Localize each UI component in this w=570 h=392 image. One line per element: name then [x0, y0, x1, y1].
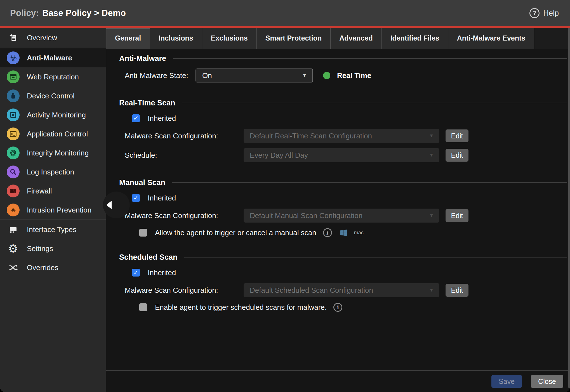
- section-divider-line: [182, 103, 567, 103]
- sidebar-item-label: Settings: [27, 244, 53, 253]
- title-bar: Policy:Base Policy > Demo ? Help: [0, 0, 570, 26]
- scheduled-scan-agent-checkbox[interactable]: [139, 303, 147, 311]
- sidebar-menu: Overview☣Anti-MalwareWeb ReputationDevic…: [0, 28, 106, 277]
- sidebar-item-label: Integrity Monitoring: [27, 149, 89, 157]
- sidebar-item-overrides[interactable]: Overrides: [0, 258, 106, 277]
- realtime-inherited-checkbox[interactable]: ✓: [132, 114, 140, 122]
- shuffle-icon: [7, 261, 20, 274]
- brick-wall-icon: [7, 185, 20, 197]
- section-title-scheduled-scan: Scheduled Scan: [119, 253, 178, 262]
- tab-advanced[interactable]: Advanced: [331, 28, 381, 49]
- mac-platform-label: mac: [354, 230, 364, 236]
- magnifier-icon: [7, 166, 20, 178]
- info-icon[interactable]: i: [333, 303, 342, 312]
- sidebar-item-integrity-monitoring[interactable]: Integrity Monitoring: [0, 143, 106, 162]
- sidebar-item-label: Anti-Malware: [27, 54, 72, 62]
- help-button[interactable]: ? Help: [529, 8, 559, 18]
- sidebar-item-label: Device Control: [27, 92, 75, 100]
- page-title: Policy:Base Policy > Demo: [10, 8, 126, 18]
- tab-smart-protection[interactable]: Smart Protection: [257, 28, 331, 49]
- sidebar-item-label: Overrides: [27, 263, 58, 272]
- section-title-manual-scan: Manual Scan: [119, 178, 165, 187]
- chevron-down-icon: ▼: [429, 213, 434, 218]
- manual-scan-agent-checkbox[interactable]: [139, 229, 147, 237]
- section-divider-line: [184, 257, 567, 258]
- sidebar-item-web-reputation[interactable]: Web Reputation: [0, 67, 106, 86]
- sidebar-item-intrusion-prevention[interactable]: Intrusion Prevention: [0, 200, 106, 219]
- realtime-config-label: Malware Scan Configuration:: [125, 132, 244, 140]
- section-scheduled-scan: Scheduled Scan ✓ Inherited Malware Scan …: [119, 252, 567, 311]
- help-label: Help: [543, 9, 559, 18]
- sidebar-item-label: Application Control: [27, 130, 88, 138]
- web-reputation-icon: [7, 70, 20, 83]
- realtime-scan-config-select[interactable]: Default Real-Time Scan Configuration ▼: [244, 129, 439, 143]
- sidebar-item-label: Web Reputation: [27, 73, 79, 81]
- section-title-real-time-scan: Real-Time Scan: [119, 99, 175, 107]
- anti-malware-state-label: Anti-Malware State:: [125, 71, 196, 80]
- status-on-dot: [323, 72, 330, 79]
- realtime-scan-config-value: Default Real-Time Scan Configuration: [250, 132, 372, 140]
- manual-inherited-checkbox[interactable]: ✓: [132, 194, 140, 202]
- activity-monitor-icon: [7, 108, 20, 121]
- chevron-down-icon: ▼: [302, 73, 307, 78]
- check-icon: ✓: [133, 195, 138, 201]
- windows-logo-icon: [339, 228, 348, 237]
- scheduled-inherited-checkbox[interactable]: ✓: [132, 269, 140, 277]
- page-title-path: Base Policy > Demo: [42, 8, 126, 18]
- tab-identified-files[interactable]: Identified Files: [382, 28, 448, 49]
- usb-device-icon: [7, 89, 20, 102]
- page-title-prefix: Policy:: [10, 8, 39, 18]
- biohazard-icon: ☣: [7, 51, 20, 64]
- scheduled-scan-config-value: Default Scheduled Scan Configuration: [250, 286, 373, 295]
- scheduled-scan-config-select[interactable]: Default Scheduled Scan Configuration ▼: [244, 283, 439, 297]
- sidebar-item-firewall[interactable]: Firewall: [0, 181, 106, 200]
- sidebar-item-interface-types[interactable]: Interface Types: [0, 220, 106, 239]
- section-real-time-scan: Real-Time Scan ✓ Inherited Malware Scan …: [119, 98, 567, 162]
- sidebar-item-anti-malware[interactable]: ☣Anti-Malware: [0, 48, 106, 67]
- sidebar-item-log-inspection[interactable]: Log Inspection: [0, 162, 106, 181]
- sidebar-item-activity-monitoring[interactable]: Activity Monitoring: [0, 105, 106, 124]
- tab-exclusions[interactable]: Exclusions: [202, 28, 257, 49]
- sidebar-item-label: Activity Monitoring: [27, 111, 86, 119]
- tab-inclusions[interactable]: Inclusions: [150, 28, 202, 49]
- anti-malware-state-value: On: [202, 71, 212, 80]
- policy-editor-window: Policy:Base Policy > Demo ? Help Overvie…: [0, 0, 570, 392]
- section-divider-line: [173, 58, 567, 59]
- sidebar-item-label: Overview: [27, 34, 57, 42]
- close-button[interactable]: Close: [531, 375, 563, 388]
- info-icon[interactable]: i: [323, 228, 332, 237]
- check-icon: ✓: [133, 270, 138, 276]
- edit-schedule-button[interactable]: Edit: [446, 149, 468, 162]
- sidebar-collapse-button[interactable]: [103, 192, 130, 218]
- realtime-schedule-select[interactable]: Every Day All Day ▼: [244, 148, 439, 162]
- overview-document-icon: [7, 31, 20, 44]
- terminal-icon: [7, 127, 20, 140]
- sidebar-item-device-control[interactable]: Device Control: [0, 86, 106, 105]
- gear-icon: ⚙: [7, 242, 20, 255]
- help-icon: ?: [529, 8, 540, 18]
- sidebar-item-label: Interface Types: [27, 225, 76, 234]
- status-text: Real Time: [337, 71, 371, 80]
- sidebar-item-label: Log Inspection: [27, 168, 74, 176]
- sidebar: Overview☣Anti-MalwareWeb ReputationDevic…: [0, 28, 106, 392]
- sidebar-item-overview[interactable]: Overview: [0, 28, 106, 48]
- sidebar-item-settings[interactable]: ⚙Settings: [0, 239, 106, 258]
- tab-general[interactable]: General: [106, 28, 150, 49]
- realtime-inherited-label: Inherited: [148, 114, 176, 123]
- manual-scan-config-select[interactable]: Default Manual Scan Configuration ▼: [244, 209, 439, 223]
- manual-scan-agent-label: Allow the agent to trigger or cancel a m…: [155, 228, 316, 237]
- sidebar-item-application-control[interactable]: Application Control: [0, 124, 106, 143]
- edit-manual-config-button[interactable]: Edit: [446, 209, 468, 222]
- main-content: GeneralInclusionsExclusionsSmart Protect…: [106, 28, 570, 392]
- sidebar-item-label: Intrusion Prevention: [27, 206, 91, 214]
- manual-inherited-label: Inherited: [148, 194, 176, 202]
- tab-anti-malware-events[interactable]: Anti-Malware Events: [448, 28, 534, 49]
- action-bar: Save Close: [106, 370, 570, 392]
- anti-malware-state-select[interactable]: On ▼: [196, 69, 313, 82]
- edit-scheduled-config-button[interactable]: Edit: [446, 284, 468, 297]
- vertical-scrollbar[interactable]: [568, 28, 570, 388]
- edit-realtime-config-button[interactable]: Edit: [446, 129, 468, 142]
- save-button[interactable]: Save: [491, 375, 522, 388]
- scheduled-config-label: Malware Scan Configuration:: [125, 286, 244, 295]
- sidebar-item-label: Firewall: [27, 187, 52, 195]
